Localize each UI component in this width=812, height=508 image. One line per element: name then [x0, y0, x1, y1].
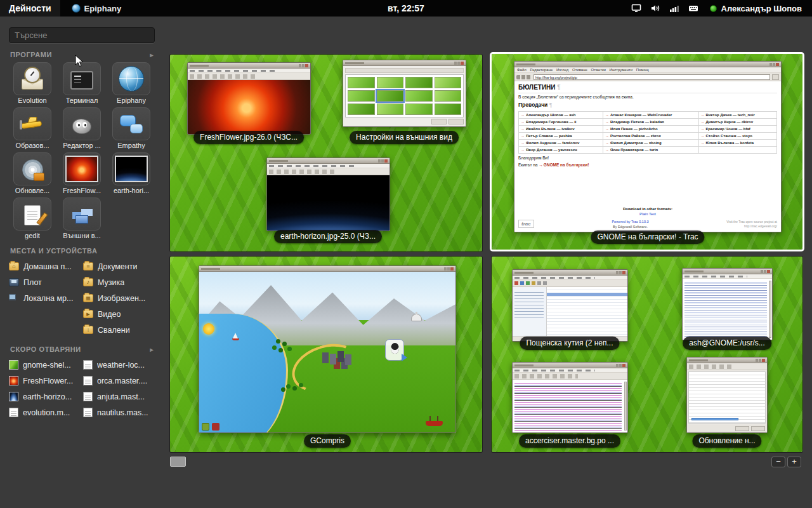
pilcrow: ¶: [549, 102, 553, 108]
text-file-icon: [83, 392, 93, 401]
update-list: [688, 371, 766, 424]
recent-item[interactable]: weather-loc...: [82, 357, 156, 373]
browser-navbar: http://fsa-bg.org/project/gtp: [514, 73, 781, 81]
window-toolbar: [188, 73, 310, 80]
app-label: Терминал: [66, 97, 98, 104]
network-icon[interactable]: [669, 0, 679, 17]
appearance-tabs: [345, 68, 464, 73]
network-places-icon: [9, 294, 19, 302]
place-item-home[interactable]: Домашна п...: [8, 258, 82, 274]
by-edgewall: By Edgewall Software.: [613, 225, 648, 229]
recent-item[interactable]: FreshFlower...: [8, 373, 82, 389]
recent-label: anjuta.mast...: [97, 392, 145, 401]
recent-item[interactable]: evolution.m...: [8, 404, 82, 420]
volume-icon[interactable]: [650, 0, 660, 17]
app-item-evolution[interactable]: Evolution: [8, 62, 57, 104]
app-label: earth-hori...: [114, 187, 149, 194]
place-item-music[interactable]: Музика: [82, 274, 156, 290]
window-earth-horizon[interactable]: [266, 157, 390, 231]
videos-icon: [83, 310, 93, 318]
recent-item[interactable]: gnome-shel...: [8, 357, 82, 373]
search-input[interactable]: [9, 27, 155, 43]
app-item-gedit[interactable]: gedit: [8, 197, 57, 239]
activities-button[interactable]: Дейности: [0, 0, 60, 17]
recent-label: FreshFlower...: [23, 377, 73, 385]
app-item-gimp[interactable]: Редактор ...: [57, 107, 107, 149]
text-file-icon: [83, 360, 93, 370]
add-workspace-button[interactable]: +: [787, 457, 801, 467]
workspace-3[interactable]: GCompris: [170, 257, 482, 452]
window-toolbar: [513, 280, 627, 287]
top-bar: Дейности Epiphany вт, 22:57 Александър Ш…: [0, 0, 812, 17]
app-item-external-drives[interactable]: Външни в...: [57, 197, 107, 239]
app-item-earth-horizon[interactable]: earth-hori...: [107, 152, 156, 194]
workspace-4[interactable]: Пощенска кутия (2 неп... ash@GNOME:/usr/…: [492, 257, 802, 452]
user-name: Александър Шопов: [721, 4, 802, 13]
display-icon[interactable]: [631, 0, 641, 17]
sun-graphic: [203, 323, 214, 335]
app-item-updater[interactable]: Обновле...: [8, 152, 57, 194]
window-browser-trac[interactable]: Файл Редактиране Изглед Отиване Отметки …: [514, 61, 782, 232]
recent-item[interactable]: orca.master....: [82, 373, 156, 389]
scrollbar[interactable]: [624, 382, 627, 431]
workspace-indicator[interactable]: [170, 457, 186, 467]
window-title-pill: earth-horizon.jpg-25.0 (ЧЗ...: [274, 230, 382, 243]
window-titlebar: [343, 60, 466, 66]
scrollbar[interactable]: [769, 281, 771, 338]
place-item-videos[interactable]: Видео: [82, 306, 156, 322]
place-label: Локална мр...: [23, 294, 73, 303]
window-freshflower[interactable]: [187, 62, 311, 135]
progress-bar: [691, 418, 738, 420]
music-icon: [83, 278, 93, 286]
recent-item[interactable]: earth-horizo...: [8, 389, 82, 404]
recent-item[interactable]: nautilus.mas...: [82, 404, 156, 420]
window-title-pill: ash@GNOME:/usr/s...: [683, 337, 771, 350]
app-item-freshflower[interactable]: FreshFlow...: [57, 152, 107, 194]
remove-workspace-button[interactable]: −: [771, 457, 785, 467]
app-label: Външни в...: [63, 232, 100, 239]
window-gcompris[interactable]: [199, 265, 456, 433]
browser-content: БЮЛЕТИНИ ¶ В секция „Бюлетини“ са период…: [514, 81, 781, 232]
app-item-gcompris[interactable]: Образов...: [8, 107, 57, 149]
tux-badge[interactable]: [385, 339, 404, 361]
window-menubar: [188, 69, 310, 73]
places-title: МЕСТА И УСТРОЙСТВА: [10, 247, 98, 255]
app-item-empathy[interactable]: Empathy: [107, 107, 156, 149]
clock[interactable]: вт, 22:57: [388, 3, 424, 13]
place-item-desktop[interactable]: Плот: [8, 274, 82, 290]
recent-label: weather-loc...: [97, 361, 145, 370]
url-field: http://fsa-bg.org/project/gtp: [534, 74, 770, 80]
window-mail[interactable]: [512, 269, 628, 342]
place-label: Видео: [98, 310, 121, 319]
recent-expander-icon[interactable]: ▸: [150, 346, 154, 353]
window-gedit[interactable]: [512, 362, 628, 433]
workspace-2-active[interactable]: Файл Редактиране Изглед Отиване Отметки …: [492, 54, 802, 250]
place-item-downloads[interactable]: Свалени: [82, 322, 156, 338]
place-item-network[interactable]: Локална мр...: [8, 290, 82, 306]
visit-line: Visit the Trac open source project at: [726, 220, 777, 224]
window-appearance[interactable]: [343, 60, 466, 127]
app-grid: Evolution Терминал Epiphany Образов... Р…: [0, 62, 164, 239]
gedit-body: [513, 380, 627, 432]
place-item-documents[interactable]: Документи: [82, 258, 156, 274]
window-updater[interactable]: [686, 357, 768, 433]
user-menu[interactable]: Александър Шопов: [707, 0, 804, 17]
programs-expander-icon[interactable]: ▸: [150, 51, 154, 58]
page-intro: В секция „Бюлетини“ са периодичните съоб…: [518, 95, 777, 100]
control-icons[interactable]: [202, 423, 209, 431]
web-browser-icon: [119, 66, 144, 91]
window-titlebar: [683, 269, 772, 274]
keyboard-icon[interactable]: [688, 0, 698, 17]
window-titlebar: [188, 63, 310, 69]
recent-item[interactable]: anjuta.mast...: [82, 389, 156, 404]
window-menubar: [513, 276, 627, 280]
flower-file-icon: [9, 376, 18, 385]
app-item-epiphany[interactable]: Epiphany: [107, 62, 156, 104]
app-menu[interactable]: Epiphany: [67, 0, 127, 17]
workspace-1[interactable]: FreshFlower.jpg-26.0 (ЧЗС... Настройки н…: [170, 55, 482, 251]
app-label: FreshFlow...: [63, 187, 101, 194]
epiphany-icon: [72, 4, 81, 13]
place-item-pictures[interactable]: Изображен...: [82, 290, 156, 306]
downloads-icon: [83, 326, 93, 334]
window-terminal[interactable]: [682, 268, 773, 340]
